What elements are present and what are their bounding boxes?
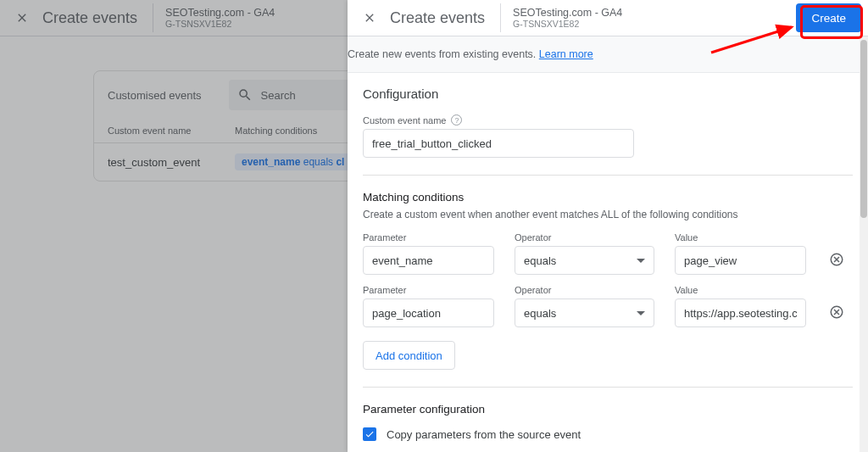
create-button[interactable]: Create xyxy=(796,3,861,32)
operator-select[interactable]: equals xyxy=(515,299,654,327)
value-input[interactable] xyxy=(675,299,806,327)
condition-row: Parameter Operator equals Value xyxy=(363,285,853,327)
value-input[interactable] xyxy=(675,246,806,275)
sheet-property-name: SEOTesting.com - GA4 xyxy=(513,7,622,19)
chevron-down-icon xyxy=(637,311,645,315)
info-banner: Create new events from existing events. … xyxy=(348,36,868,73)
operator-select[interactable]: equals xyxy=(515,246,654,275)
matching-heading: Matching conditions xyxy=(363,191,853,204)
checkbox-icon xyxy=(363,427,376,441)
sheet-content: Configuration Custom event name? Matchin… xyxy=(348,73,868,452)
custom-event-name-input[interactable] xyxy=(363,129,634,158)
condition-row: Parameter Operator equals Value xyxy=(363,232,853,275)
sheet-topbar: Create events SEOTesting.com - GA4 G-TSN… xyxy=(348,0,868,36)
scrollbar-thumb[interactable] xyxy=(860,40,867,218)
configuration-heading: Configuration xyxy=(363,86,853,101)
param-config-heading: Parameter configuration xyxy=(363,403,853,416)
copy-params-checkbox[interactable]: Copy parameters from the source event xyxy=(363,427,853,441)
parameter-input[interactable] xyxy=(363,299,494,327)
event-name-label: Custom event name? xyxy=(363,114,853,126)
close-icon[interactable] xyxy=(354,3,385,33)
create-event-sheet: Create events SEOTesting.com - GA4 G-TSN… xyxy=(348,0,868,452)
sheet-property-id: G-TSNSXV1E82 xyxy=(513,19,622,29)
remove-condition-button[interactable] xyxy=(826,249,847,270)
learn-more-link[interactable]: Learn more xyxy=(539,48,593,60)
add-condition-button[interactable]: Add condition xyxy=(363,341,455,370)
help-icon[interactable]: ? xyxy=(451,114,462,126)
scrollbar[interactable] xyxy=(860,36,868,452)
sheet-title: Create events xyxy=(390,9,485,27)
sheet-property: SEOTesting.com - GA4 G-TSNSXV1E82 xyxy=(500,3,622,32)
chevron-down-icon xyxy=(637,259,645,263)
remove-condition-button[interactable] xyxy=(826,302,847,322)
parameter-input[interactable] xyxy=(363,246,494,275)
matching-subtext: Create a custom event when another event… xyxy=(363,209,853,220)
